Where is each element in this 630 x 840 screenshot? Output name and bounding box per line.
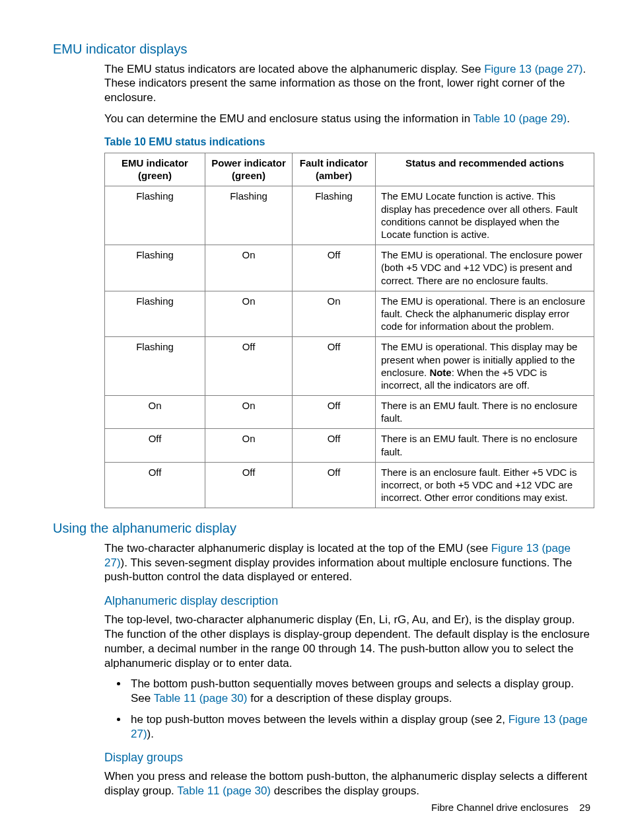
- link-table-10[interactable]: Table 10 (page 29): [473, 112, 567, 125]
- link-table-11[interactable]: Table 11 (page 30): [177, 784, 271, 797]
- cell: The EMU is operational. There is an encl…: [376, 291, 594, 337]
- cell: On: [205, 396, 293, 429]
- heading-emu-indicator-displays: EMU indicator displays: [53, 41, 590, 58]
- cell: Off: [293, 245, 376, 291]
- text: The two-character alphanumeric display i…: [104, 542, 491, 554]
- cell: The EMU Locate function is active. This …: [376, 186, 594, 245]
- text: describes the display groups.: [271, 784, 419, 797]
- table-row: Flashing On On The EMU is operational. T…: [105, 291, 594, 337]
- cell: The EMU is operational. The enclosure po…: [376, 245, 594, 291]
- th-status-actions: Status and recommended actions: [376, 153, 594, 186]
- text: The EMU status indicators are located ab…: [104, 63, 484, 75]
- cell: On: [205, 245, 293, 291]
- footer-title: Fibre Channel drive enclosures: [431, 802, 569, 813]
- list-item: The bottom push-button sequentially move…: [128, 677, 590, 706]
- cell: Off: [105, 462, 205, 508]
- cell: The EMU is operational. This display may…: [376, 337, 594, 396]
- cell: On: [293, 291, 376, 337]
- th-fault-indicator: Fault indicator (amber): [293, 153, 376, 186]
- cell: Flashing: [105, 186, 205, 245]
- heading-alphanumeric-display-description: Alphanumeric display description: [104, 593, 590, 609]
- heading-using-alphanumeric-display: Using the alphanumeric display: [53, 520, 590, 537]
- cell: There is an enclosure fault. Either +5 V…: [376, 462, 594, 508]
- table-row: Off On Off There is an EMU fault. There …: [105, 429, 594, 462]
- text: See: [131, 692, 154, 705]
- cell: There is an EMU fault. There is no enclo…: [376, 396, 594, 429]
- cell: Off: [293, 396, 376, 429]
- paragraph: You can determine the EMU and enclosure …: [104, 112, 590, 126]
- table-header-row: EMU indicator (green) Power indicator (g…: [105, 153, 594, 186]
- text: ). This seven-segment display provides i…: [104, 556, 572, 584]
- cell: On: [205, 429, 293, 462]
- text: .: [567, 112, 570, 125]
- cell: Off: [293, 337, 376, 396]
- paragraph: The top-level, two-character alphanumeri…: [104, 613, 590, 670]
- page-footer: Fibre Channel drive enclosures 29: [431, 801, 590, 814]
- paragraph: The two-character alphanumeric display i…: [104, 541, 590, 584]
- cell: Off: [293, 429, 376, 462]
- footer-page-number: 29: [579, 802, 590, 813]
- text: You can determine the EMU and enclosure …: [104, 112, 473, 125]
- cell: Off: [293, 462, 376, 508]
- paragraph: When you press and release the bottom pu…: [104, 769, 590, 798]
- cell: Off: [205, 462, 293, 508]
- list-item: he top push-button moves between the lev…: [128, 712, 590, 742]
- cell: Off: [205, 337, 293, 396]
- cell: Flashing: [293, 186, 376, 245]
- cell: On: [205, 291, 293, 337]
- link-table-11[interactable]: Table 11 (page 30): [154, 692, 248, 705]
- heading-display-groups: Display groups: [104, 750, 590, 765]
- th-emu-indicator: EMU indicator (green): [105, 153, 205, 186]
- link-figure-13[interactable]: Figure 13 (page 27): [484, 63, 582, 75]
- table-row: On On Off There is an EMU fault. There i…: [105, 396, 594, 429]
- table-row: Off Off Off There is an enclosure fault.…: [105, 462, 594, 508]
- text: for a description of these display group…: [247, 692, 452, 705]
- table-emu-status: EMU indicator (green) Power indicator (g…: [104, 153, 594, 508]
- text-bold: Note: [429, 367, 451, 378]
- cell: Flashing: [105, 291, 205, 337]
- cell: On: [105, 396, 205, 429]
- cell: Flashing: [205, 186, 293, 245]
- table-row: Flashing Flashing Flashing The EMU Locat…: [105, 186, 594, 245]
- cell: Flashing: [105, 337, 205, 396]
- text: he top push-button moves between the lev…: [131, 713, 508, 726]
- cell: There is an EMU fault. There is no enclo…: [376, 429, 594, 462]
- cell: Flashing: [105, 245, 205, 291]
- table-row: Flashing On Off The EMU is operational. …: [105, 245, 594, 291]
- text: The bottom push-button sequentially move…: [131, 677, 574, 690]
- text: ).: [147, 728, 154, 740]
- bullet-list: The bottom push-button sequentially move…: [104, 677, 590, 741]
- table-10-caption: Table 10 EMU status indications: [104, 135, 590, 149]
- table-row: Flashing Off Off The EMU is operational.…: [105, 337, 594, 396]
- cell: Off: [105, 429, 205, 462]
- th-power-indicator: Power indicator (green): [205, 153, 293, 186]
- paragraph: The EMU status indicators are located ab…: [104, 62, 590, 105]
